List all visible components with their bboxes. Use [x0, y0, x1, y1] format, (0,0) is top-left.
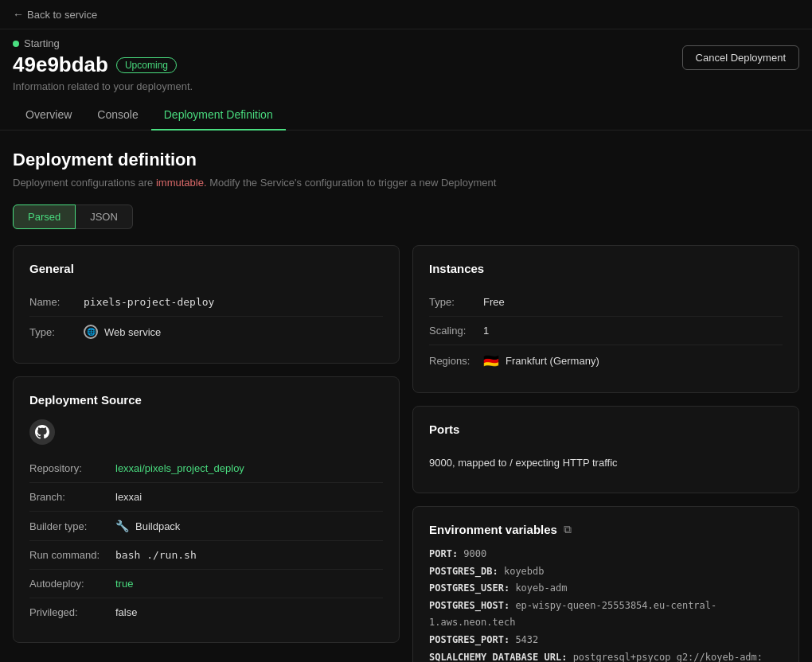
view-toggle: Parsed JSON	[13, 204, 799, 229]
env-key: POSTGRES_USER:	[429, 582, 509, 594]
instances-type-value: Free	[483, 296, 505, 308]
regions-row: Regions: 🇩🇪 Frankfurt (Germany)	[429, 345, 783, 376]
branch-row: Branch: lexxai	[29, 483, 383, 512]
back-arrow-icon: ←	[13, 8, 24, 21]
deployment-source-card: Deployment Source Repository: lexxai/pix…	[13, 376, 400, 643]
deployment-source-title: Deployment Source	[29, 393, 383, 407]
env-item: POSTGRES_HOST: ep-wispy-queen-25553854.e…	[429, 598, 783, 632]
buildpack-icon: 🔧	[115, 520, 129, 532]
back-link-label: Back to service	[27, 9, 97, 21]
env-key: POSTGRES_DB:	[429, 566, 498, 577]
env-item: SQLALCHEMY_DATABASE_URL: postgresql+psyc…	[429, 649, 783, 662]
left-cards: General Name: pixels-project-deploy Type…	[13, 245, 400, 662]
deployment-id-text: 49e9bdab	[13, 53, 108, 77]
privileged-value: false	[115, 606, 137, 618]
upcoming-badge: Upcoming	[116, 57, 177, 73]
env-key: POSTGRES_PORT:	[429, 634, 509, 645]
regions-flag-icon: 🇩🇪	[483, 353, 499, 368]
header-left: Starting 49e9bdab Upcoming Information r…	[13, 37, 193, 92]
instances-type-label: Type:	[429, 296, 477, 308]
branch-value: lexxai	[115, 491, 142, 503]
parsed-view-button[interactable]: Parsed	[13, 204, 76, 229]
general-name-label: Name:	[29, 296, 77, 308]
cards-grid: General Name: pixels-project-deploy Type…	[13, 245, 799, 662]
repo-value[interactable]: lexxai/pixels_project_deploy	[115, 462, 244, 474]
cancel-deployment-button[interactable]: Cancel Deployment	[682, 45, 799, 70]
builder-value: Buildpack	[135, 520, 180, 532]
builder-label: Builder type:	[29, 520, 109, 532]
autodeploy-row: Autodeploy: true	[29, 570, 383, 598]
general-type-row: Type: 🌐 Web service	[29, 317, 383, 347]
scaling-value: 1	[483, 325, 489, 337]
general-card-title: General	[29, 262, 383, 275]
run-command-label: Run command:	[29, 549, 109, 561]
tab-overview[interactable]: Overview	[13, 100, 84, 130]
autodeploy-value: true	[115, 578, 133, 590]
ports-value-row: 9000, mapped to / expecting HTTP traffic	[429, 449, 783, 477]
tabs: Overview Console Deployment Definition	[0, 100, 812, 130]
back-link[interactable]: ← Back to service	[13, 8, 799, 21]
ports-card: Ports 9000, mapped to / expecting HTTP t…	[412, 406, 799, 493]
instances-card: Instances Type: Free Scaling: 1 Regions:…	[412, 245, 799, 393]
web-service-icon: 🌐	[84, 325, 98, 339]
env-val: koyeb-adm	[515, 582, 567, 594]
status-row: Starting	[13, 37, 193, 49]
scaling-row: Scaling: 1	[429, 317, 783, 345]
branch-label: Branch:	[29, 491, 109, 503]
env-vars-card: Environment variables ⧉ PORT: 9000POSTGR…	[412, 506, 799, 662]
general-card: General Name: pixels-project-deploy Type…	[13, 245, 400, 364]
general-type-label: Type:	[29, 326, 77, 338]
builder-row: Builder type: 🔧 Buildpack	[29, 512, 383, 541]
general-name-row: Name: pixels-project-deploy	[29, 288, 383, 317]
env-item: POSTGRES_USER: koyeb-adm	[429, 580, 783, 598]
run-command-value: bash ./run.sh	[115, 549, 197, 561]
instances-type-row: Type: Free	[429, 288, 783, 317]
instances-card-title: Instances	[429, 262, 783, 275]
run-command-row: Run command: bash ./run.sh	[29, 541, 383, 570]
repo-label: Repository:	[29, 462, 109, 474]
page-header: Starting 49e9bdab Upcoming Information r…	[0, 29, 812, 97]
env-item: POSTGRES_DB: koyebdb	[429, 563, 783, 581]
tab-deployment-definition[interactable]: Deployment Definition	[151, 100, 286, 130]
tab-console[interactable]: Console	[84, 100, 150, 130]
env-header: Environment variables ⧉	[429, 523, 783, 536]
desc-highlight: immutable.	[156, 177, 207, 189]
env-key: POSTGRES_HOST:	[429, 600, 509, 611]
repo-row: Repository: lexxai/pixels_project_deploy	[29, 454, 383, 483]
regions-label: Regions:	[429, 355, 477, 367]
env-list: PORT: 9000POSTGRES_DB: koyebdbPOSTGRES_U…	[429, 546, 783, 662]
json-view-button[interactable]: JSON	[76, 204, 133, 229]
env-item: POSTGRES_PORT: 5432	[429, 632, 783, 649]
env-title: Environment variables	[429, 523, 557, 536]
env-val: 5432	[515, 634, 538, 645]
autodeploy-label: Autodeploy:	[29, 578, 109, 590]
main-content: Deployment definition Deployment configu…	[0, 130, 812, 662]
env-val: 9000	[463, 548, 486, 559]
general-type-value: Web service	[104, 326, 161, 338]
scaling-label: Scaling:	[429, 325, 477, 337]
right-cards: Instances Type: Free Scaling: 1 Regions:…	[412, 245, 799, 662]
privileged-label: Privileged:	[29, 606, 109, 618]
desc-plain: Deployment configurations are	[13, 177, 156, 189]
env-key: PORT:	[429, 548, 458, 559]
regions-value: Frankfurt (Germany)	[506, 355, 599, 367]
page-description: Deployment configurations are immutable.…	[13, 177, 799, 189]
ports-value: 9000, mapped to / expecting HTTP traffic	[429, 457, 618, 469]
status-text: Starting	[24, 37, 60, 49]
top-bar: ← Back to service	[0, 0, 812, 29]
privileged-row: Privileged: false	[29, 598, 383, 626]
desc-rest: Modify the Service's configuration to tr…	[207, 177, 497, 189]
env-item: PORT: 9000	[429, 546, 783, 563]
deployment-id: 49e9bdab Upcoming	[13, 53, 193, 77]
ports-card-title: Ports	[429, 423, 783, 436]
status-dot-icon	[13, 41, 19, 47]
sub-info: Information related to your deployment.	[13, 80, 193, 92]
page-title: Deployment definition	[13, 150, 799, 170]
general-name-value: pixels-project-deploy	[84, 296, 214, 308]
env-key: SQLALCHEMY_DATABASE_URL:	[429, 652, 567, 662]
copy-icon[interactable]: ⧉	[564, 523, 572, 536]
github-icon	[29, 419, 55, 445]
env-val: koyebdb	[504, 566, 545, 577]
